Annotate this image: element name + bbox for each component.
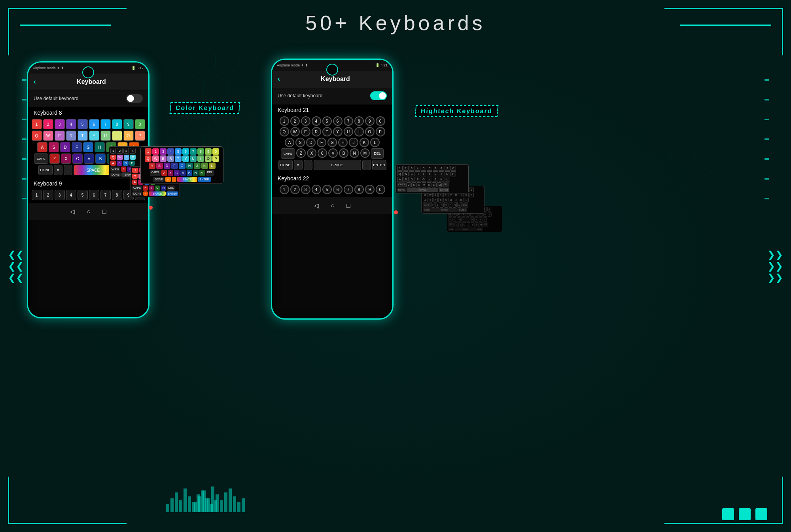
kb-e[interactable]: E: [55, 131, 65, 141]
kb21-w[interactable]: W: [290, 127, 300, 136]
kb-v[interactable]: V: [84, 153, 94, 164]
kb21-p[interactable]: P: [376, 127, 385, 136]
dot-1[interactable]: [722, 508, 734, 520]
back-button-left[interactable]: ‹: [34, 78, 36, 86]
kb21-h[interactable]: H: [338, 138, 348, 147]
kb21-g[interactable]: G: [327, 138, 337, 147]
nav-home-right[interactable]: ○: [331, 202, 335, 209]
kb-key-3[interactable]: 3: [55, 119, 65, 129]
kb22-7[interactable]: 7: [344, 185, 353, 194]
kb-z[interactable]: Z: [49, 153, 60, 164]
kb-o[interactable]: O: [123, 131, 134, 141]
kb21-m[interactable]: M: [360, 148, 370, 158]
kb9-1[interactable]: 1: [32, 190, 42, 200]
kb21-4[interactable]: 4: [312, 116, 321, 126]
kb21-comma[interactable]: ,: [304, 160, 312, 170]
kb-q[interactable]: Q: [32, 131, 42, 141]
nav-back-right[interactable]: ◁: [314, 202, 319, 209]
kb21-n[interactable]: N: [350, 148, 359, 158]
kb21-i[interactable]: I: [354, 127, 364, 136]
kb21-d[interactable]: D: [306, 138, 316, 147]
kb-c[interactable]: C: [72, 153, 83, 164]
kb21-e[interactable]: E: [301, 127, 310, 136]
nav-recent-right[interactable]: □: [346, 202, 350, 209]
kb21-j[interactable]: J: [349, 138, 358, 147]
kb22-9[interactable]: 9: [365, 185, 375, 194]
kb21-s[interactable]: S: [295, 138, 305, 147]
kb9-8[interactable]: 8: [112, 190, 122, 200]
kb-key-0[interactable]: 0: [135, 119, 145, 129]
kb9-7[interactable]: 7: [100, 190, 111, 200]
kb21-del[interactable]: DEL: [371, 148, 384, 159]
kb22-5[interactable]: 5: [322, 185, 332, 194]
kb-a[interactable]: A: [37, 142, 47, 152]
kb22-1[interactable]: 1: [280, 185, 289, 194]
kb-f[interactable]: F: [72, 142, 82, 152]
kb-caps[interactable]: CAPS: [34, 153, 48, 164]
kb-p[interactable]: P: [135, 131, 145, 141]
kb21-space[interactable]: SPACE: [314, 160, 361, 170]
kb-h[interactable]: H: [95, 142, 105, 152]
kb21-f[interactable]: F: [317, 138, 326, 147]
toggle-switch-left[interactable]: [126, 94, 143, 103]
kb21-done[interactable]: DONE: [278, 160, 293, 170]
kb-done[interactable]: DONE: [38, 165, 53, 175]
kb-key-9[interactable]: 9: [123, 119, 134, 129]
kb21-r[interactable]: R: [312, 127, 321, 136]
kb22-0[interactable]: 0: [376, 185, 385, 194]
kb22-4[interactable]: 4: [312, 185, 321, 194]
kb21-0[interactable]: 0: [376, 116, 385, 126]
kb21-c[interactable]: C: [318, 148, 327, 158]
kb21-1[interactable]: 1: [280, 116, 289, 126]
kb-hash[interactable]: #: [54, 165, 62, 175]
kb21-2[interactable]: 2: [290, 116, 300, 126]
kb21-q[interactable]: Q: [280, 127, 289, 136]
kb21-caps[interactable]: CAPS: [281, 148, 295, 159]
kb21-8[interactable]: 8: [354, 116, 364, 126]
kb-s[interactable]: S: [49, 142, 59, 152]
kb-key-1[interactable]: 1: [32, 119, 42, 129]
kb-x[interactable]: X: [61, 153, 71, 164]
kb21-v[interactable]: V: [328, 148, 338, 158]
kb21-5[interactable]: 5: [322, 116, 332, 126]
kb21-hash[interactable]: #: [294, 160, 303, 170]
kb-key-5[interactable]: 5: [78, 119, 88, 129]
kb21-u[interactable]: U: [344, 127, 353, 136]
kb-key-8[interactable]: 8: [112, 119, 122, 129]
kb-key-2[interactable]: 2: [43, 119, 53, 129]
back-button-right[interactable]: ‹: [278, 75, 280, 83]
kb-b[interactable]: B: [95, 153, 106, 164]
kb21-t[interactable]: T: [322, 127, 332, 136]
dot-3[interactable]: [755, 508, 767, 520]
kb-key-6[interactable]: 6: [89, 119, 99, 129]
nav-recent-left[interactable]: □: [102, 208, 106, 215]
kb21-x[interactable]: X: [307, 148, 316, 158]
kb9-3[interactable]: 3: [55, 190, 65, 200]
kb-comma[interactable]: ,: [64, 165, 72, 175]
dot-2[interactable]: [739, 508, 751, 520]
kb22-3[interactable]: 3: [301, 185, 310, 194]
kb-key-7[interactable]: 7: [100, 119, 111, 129]
kb-space[interactable]: SPACE: [74, 165, 113, 175]
kb21-l[interactable]: L: [370, 138, 380, 147]
kb21-6[interactable]: 6: [333, 116, 343, 126]
kb-r[interactable]: R: [66, 131, 76, 141]
kb21-y[interactable]: Y: [333, 127, 343, 136]
kb21-b[interactable]: B: [339, 148, 348, 158]
toggle-switch-right[interactable]: [370, 91, 387, 100]
kb-u[interactable]: U: [100, 131, 111, 141]
kb22-8[interactable]: 8: [354, 185, 364, 194]
kb21-9[interactable]: 9: [365, 116, 375, 126]
kb-i[interactable]: I: [112, 131, 122, 141]
kb-y[interactable]: Y: [89, 131, 99, 141]
nav-back-left[interactable]: ◁: [70, 208, 75, 215]
kb22-6[interactable]: 6: [333, 185, 343, 194]
nav-home-left[interactable]: ○: [87, 208, 91, 215]
kb22-2[interactable]: 2: [290, 185, 300, 194]
kb9-5[interactable]: 5: [78, 190, 88, 200]
kb-d[interactable]: D: [60, 142, 70, 152]
kb21-7[interactable]: 7: [344, 116, 353, 126]
kb-t[interactable]: T: [78, 131, 88, 141]
kb-g[interactable]: G: [83, 142, 93, 152]
kb21-enter[interactable]: ENTER: [372, 160, 386, 170]
